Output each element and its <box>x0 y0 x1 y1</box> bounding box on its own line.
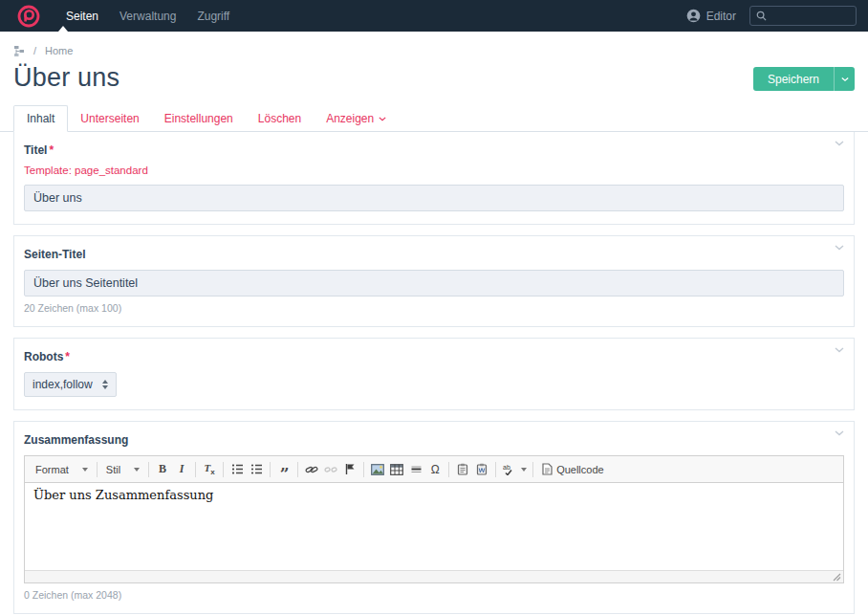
tab-inhalt[interactable]: Inhalt <box>13 105 68 132</box>
search-input[interactable] <box>771 11 848 22</box>
special-char-button[interactable]: Ω <box>425 460 445 478</box>
spellcheck-button[interactable]: ab <box>500 460 529 478</box>
char-count-helper: 20 Zeichen (max 100) <box>24 302 844 314</box>
field-label: Seiten-Titel <box>24 248 844 261</box>
save-button[interactable]: Speichern <box>753 67 834 91</box>
breadcrumb-home-link[interactable]: Home <box>45 45 73 56</box>
svg-text:ab: ab <box>503 464 510 471</box>
remove-format-icon: Tx <box>205 462 215 476</box>
chevron-down-icon <box>379 117 386 121</box>
flag-anchor-icon <box>344 463 356 475</box>
char-count-helper: 0 Zeichen (max 2048) <box>24 589 844 601</box>
user-avatar-icon <box>686 9 701 23</box>
style-dropdown-label: Stil <box>106 464 120 475</box>
table-icon <box>390 464 403 475</box>
required-asterisk: * <box>49 143 54 157</box>
chevron-down-icon <box>841 77 849 82</box>
chevron-down-icon <box>82 468 88 472</box>
italic-icon: I <box>180 462 184 476</box>
user-menu[interactable]: Editor <box>686 9 736 23</box>
page-edit-tabs: Inhalt Unterseiten Einstellungen Löschen… <box>0 105 868 132</box>
robots-selected-value: index,follow <box>33 378 93 391</box>
user-label: Editor <box>706 10 736 23</box>
seiten-titel-input[interactable] <box>24 270 844 297</box>
bold-icon: B <box>159 462 166 476</box>
italic-button[interactable]: I <box>172 460 191 478</box>
remove-format-button[interactable]: Tx <box>200 460 219 478</box>
processwire-logo-icon[interactable] <box>17 5 40 28</box>
source-button[interactable]: Quellcode <box>537 461 609 477</box>
chevron-down-icon <box>835 430 844 436</box>
tab-loeschen[interactable]: Löschen <box>246 106 314 131</box>
editor-status-bar <box>25 570 843 582</box>
ordered-list-icon <box>231 463 244 475</box>
chevron-down-icon <box>835 347 844 353</box>
breadcrumb-separator: / <box>33 45 36 56</box>
resize-grip-icon[interactable] <box>833 573 841 582</box>
richtext-editor: Format Stil B I Tx <box>24 455 844 583</box>
paste-button[interactable] <box>453 460 472 478</box>
page-tree-icon[interactable] <box>13 45 25 56</box>
unlink-icon <box>324 463 337 476</box>
bullet-list-button[interactable] <box>247 460 266 478</box>
image-button[interactable] <box>368 460 387 478</box>
active-tab-pointer <box>58 26 68 32</box>
save-split-button: Speichern <box>753 67 855 91</box>
chevron-down-icon <box>835 141 844 146</box>
chevron-down-icon <box>134 468 140 472</box>
required-asterisk: * <box>65 350 70 363</box>
robots-select[interactable]: index,follow <box>24 372 117 397</box>
tab-unterseiten[interactable]: Unterseiten <box>68 106 151 131</box>
field-label-text: Robots <box>24 350 63 363</box>
top-navbar: Seiten Verwaltung Zugriff Editor <box>0 0 868 32</box>
source-doc-icon <box>542 463 553 475</box>
nav-item-verwaltung[interactable]: Verwaltung <box>109 0 186 32</box>
search-box[interactable] <box>749 6 857 26</box>
tab-einstellungen[interactable]: Einstellungen <box>152 106 246 131</box>
field-label: Titel* <box>24 143 844 157</box>
blockquote-button[interactable]: ” <box>274 460 293 478</box>
bold-button[interactable]: B <box>153 460 172 478</box>
page-title: Über uns <box>13 63 119 93</box>
image-icon <box>371 464 384 475</box>
field-label-text: Titel <box>24 143 47 157</box>
collapse-toggle[interactable] <box>835 141 844 146</box>
blockquote-icon: ” <box>280 462 289 477</box>
main-nav: Seiten Verwaltung Zugriff <box>55 0 240 32</box>
field-robots: Robots* index,follow <box>13 338 855 410</box>
search-icon <box>756 11 767 21</box>
select-arrows-icon <box>102 380 108 389</box>
titel-input[interactable] <box>24 185 844 211</box>
ordered-list-button[interactable] <box>228 460 247 478</box>
collapse-toggle[interactable] <box>835 430 844 436</box>
editor-content[interactable]: Über uns Zusammenfassung <box>25 483 843 570</box>
editor-toolbar: Format Stil B I Tx <box>25 456 843 483</box>
collapse-toggle[interactable] <box>835 347 844 353</box>
save-dropdown-toggle[interactable] <box>834 67 855 91</box>
table-button[interactable] <box>387 460 406 478</box>
tab-anzeigen-label: Anzeigen <box>326 112 374 125</box>
bullet-list-icon <box>250 463 263 475</box>
style-dropdown[interactable]: Stil <box>101 462 144 477</box>
collapse-toggle[interactable] <box>835 245 844 251</box>
chevron-down-icon <box>835 245 844 251</box>
nav-item-zugriff[interactable]: Zugriff <box>186 0 240 32</box>
clipboard-icon <box>457 463 468 475</box>
horizontal-rule-icon <box>410 463 423 475</box>
horizontal-rule-button[interactable] <box>406 460 425 478</box>
spellcheck-icon: ab <box>503 463 518 475</box>
unlink-button[interactable] <box>321 460 340 478</box>
anchor-button[interactable] <box>340 460 359 478</box>
format-dropdown-label: Format <box>35 464 69 475</box>
field-titel: Titel* Template: page_standard <box>13 132 855 225</box>
field-label: Robots* <box>24 350 844 363</box>
omega-icon: Ω <box>431 463 440 476</box>
format-dropdown[interactable]: Format <box>31 462 93 477</box>
chevron-down-icon <box>521 468 527 472</box>
paste-from-word-button[interactable] <box>472 460 491 478</box>
tab-anzeigen[interactable]: Anzeigen <box>314 106 399 131</box>
field-zusammenfassung: Zusammenfassung Format Stil B I Tx <box>13 421 855 614</box>
field-seiten-titel: Seiten-Titel 20 Zeichen (max 100) <box>13 235 855 327</box>
field-label: Zusammenfassung <box>24 433 844 447</box>
link-button[interactable] <box>302 460 321 478</box>
